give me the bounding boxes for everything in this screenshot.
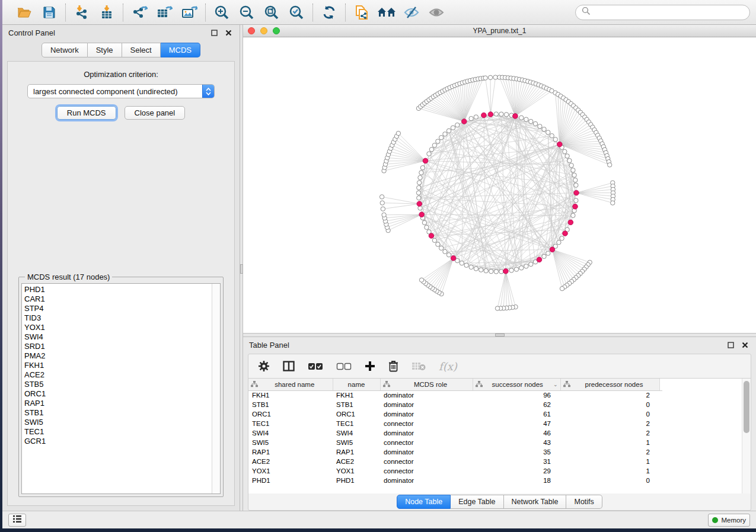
table-cell[interactable]: dominator bbox=[380, 447, 473, 457]
table-row[interactable]: ACE2ACE2connector311 bbox=[248, 457, 662, 466]
mcds-result-item[interactable]: FKH1 bbox=[24, 361, 209, 370]
tab-select[interactable]: Select bbox=[122, 43, 161, 57]
column-header-MCDS-role[interactable]: MCDS role bbox=[380, 379, 473, 390]
deselect-all-icon[interactable] bbox=[336, 363, 352, 370]
table-cell[interactable]: STB1 bbox=[333, 400, 380, 409]
refresh-button[interactable] bbox=[318, 3, 340, 22]
table-cell[interactable]: STB1 bbox=[248, 400, 333, 409]
table-row[interactable]: ORC1ORC1dominator610 bbox=[248, 409, 662, 419]
table-row[interactable]: SWI5SWI5connector431 bbox=[248, 438, 662, 447]
zoom-in-button[interactable] bbox=[211, 3, 232, 22]
table-cell[interactable]: 2 bbox=[560, 428, 659, 438]
mcds-result-item[interactable]: PHD1 bbox=[24, 285, 209, 294]
export-network-button[interactable] bbox=[129, 3, 150, 22]
import-network-button[interactable] bbox=[71, 3, 92, 22]
table-cell[interactable]: ORC1 bbox=[333, 409, 380, 419]
column-header-shared-name[interactable]: shared name bbox=[248, 379, 333, 390]
float-panel-button[interactable] bbox=[209, 27, 219, 38]
table-cell[interactable]: dominator bbox=[380, 400, 473, 409]
table-cell[interactable]: connector bbox=[380, 457, 473, 466]
mcds-result-item[interactable]: CAR1 bbox=[24, 294, 209, 304]
table-cell[interactable]: 62 bbox=[473, 400, 560, 409]
table-cell[interactable]: 35 bbox=[473, 447, 560, 457]
settings-gear-icon[interactable] bbox=[258, 360, 270, 372]
table-cell[interactable]: 29 bbox=[473, 466, 560, 476]
table-cell[interactable]: ORC1 bbox=[248, 409, 333, 419]
tab-node-table[interactable]: Node Table bbox=[397, 495, 451, 509]
mcds-result-item[interactable]: STB1 bbox=[24, 408, 209, 418]
table-row[interactable]: RAP1RAP1dominator352 bbox=[248, 447, 662, 457]
tab-network[interactable]: Network bbox=[42, 43, 88, 57]
close-panel-button[interactable] bbox=[223, 27, 234, 38]
table-cell[interactable]: YOX1 bbox=[333, 466, 380, 476]
mcds-result-item[interactable]: ORC1 bbox=[24, 389, 209, 399]
tab-network-table[interactable]: Network Table bbox=[504, 495, 567, 509]
table-cell[interactable]: ACE2 bbox=[248, 457, 333, 466]
table-cell[interactable]: 61 bbox=[473, 409, 560, 419]
table-row[interactable]: PHD1PHD1dominator180 bbox=[248, 476, 662, 485]
table-cell[interactable]: SWI5 bbox=[248, 438, 333, 447]
table-cell[interactable]: connector bbox=[380, 466, 473, 476]
table-cell[interactable]: SWI5 bbox=[333, 438, 380, 447]
mcds-result-item[interactable]: TEC1 bbox=[24, 427, 209, 437]
table-cell[interactable]: 31 bbox=[473, 457, 560, 466]
table-row[interactable]: FKH1FKH1dominator962 bbox=[248, 390, 662, 400]
table-cell[interactable]: 96 bbox=[473, 390, 560, 400]
table-cell[interactable]: FKH1 bbox=[333, 390, 380, 400]
table-cell[interactable]: 0 bbox=[560, 476, 659, 485]
mcds-result-item[interactable]: SWI5 bbox=[24, 418, 209, 427]
table-cell[interactable]: dominator bbox=[380, 428, 473, 438]
table-cell[interactable]: dominator bbox=[380, 390, 473, 400]
column-header-predecessor-nodes[interactable]: predecessor nodes bbox=[560, 379, 659, 390]
mcds-list-scrollbar[interactable] bbox=[212, 284, 220, 493]
tab-motifs[interactable]: Motifs bbox=[566, 495, 602, 509]
mcds-result-item[interactable]: RAP1 bbox=[24, 399, 209, 408]
export-image-button[interactable] bbox=[178, 3, 200, 22]
mcds-result-item[interactable]: SWI4 bbox=[24, 332, 209, 342]
mcds-result-list[interactable]: PHD1CAR1STP4TID3YOX1SWI4SRD1PMA2FKH1ACE2… bbox=[21, 283, 221, 494]
network-graph[interactable] bbox=[243, 37, 756, 333]
search-input[interactable] bbox=[591, 8, 744, 17]
open-file-button[interactable] bbox=[14, 3, 35, 22]
criterion-dropdown[interactable]: largest connected component (undirected) bbox=[27, 84, 215, 98]
mcds-result-item[interactable]: SRD1 bbox=[24, 342, 209, 351]
table-cell[interactable]: 0 bbox=[560, 409, 659, 419]
table-cell[interactable]: 1 bbox=[560, 466, 659, 476]
table-row[interactable]: SWI4SWI4dominator462 bbox=[248, 428, 662, 438]
close-table-panel-button[interactable] bbox=[739, 339, 750, 350]
mcds-result-item[interactable]: ACE2 bbox=[24, 370, 209, 380]
column-header-successor-nodes[interactable]: successor nodes⌄ bbox=[473, 379, 560, 390]
table-row[interactable]: YOX1YOX1connector291 bbox=[248, 466, 662, 476]
table-cell[interactable]: 18 bbox=[473, 476, 560, 485]
copy-network-button[interactable] bbox=[351, 3, 372, 22]
table-cell[interactable]: 0 bbox=[560, 400, 659, 409]
run-mcds-button[interactable]: Run MCDS bbox=[57, 106, 116, 120]
mcds-result-item[interactable]: STB5 bbox=[24, 380, 209, 389]
add-column-icon[interactable] bbox=[365, 361, 375, 371]
table-cell[interactable]: YOX1 bbox=[248, 466, 333, 476]
zoom-selected-button[interactable] bbox=[286, 3, 307, 22]
column-chooser-icon[interactable] bbox=[283, 361, 295, 371]
splitter-handle[interactable] bbox=[495, 334, 505, 336]
mcds-result-item[interactable]: TID3 bbox=[24, 313, 209, 323]
scrollbar-thumb[interactable] bbox=[744, 381, 749, 433]
zoom-fit-button[interactable] bbox=[261, 3, 282, 22]
column-header-name[interactable]: name bbox=[333, 379, 380, 390]
table-vertical-scrollbar[interactable] bbox=[742, 379, 751, 493]
mcds-result-item[interactable]: GCR1 bbox=[24, 437, 209, 446]
mcds-result-item[interactable]: STP4 bbox=[24, 304, 209, 313]
table-cell[interactable]: 43 bbox=[473, 438, 560, 447]
tab-style[interactable]: Style bbox=[88, 43, 122, 57]
table-cell[interactable]: TEC1 bbox=[248, 419, 333, 428]
close-panel-action-button[interactable]: Close panel bbox=[125, 106, 186, 120]
table-cell[interactable]: SWI4 bbox=[333, 428, 380, 438]
table-cell[interactable]: 2 bbox=[560, 447, 659, 457]
table-cell[interactable]: ACE2 bbox=[333, 457, 380, 466]
zoom-out-button[interactable] bbox=[236, 3, 257, 22]
table-cell[interactable]: FKH1 bbox=[248, 390, 333, 400]
export-table-button[interactable] bbox=[154, 3, 175, 22]
table-cell[interactable]: SWI4 bbox=[248, 428, 333, 438]
task-history-button[interactable] bbox=[8, 514, 26, 527]
table-cell[interactable]: 2 bbox=[560, 419, 659, 428]
hide-selected-button[interactable] bbox=[401, 3, 422, 22]
